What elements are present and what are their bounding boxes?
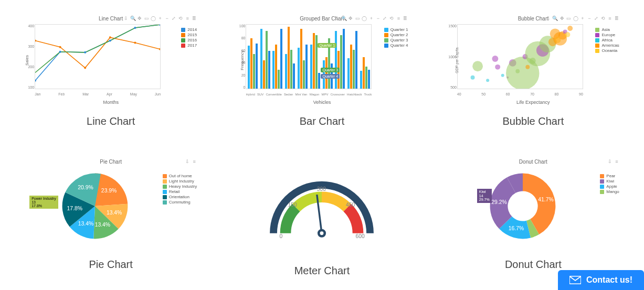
legend-item[interactable]: Light Industry xyxy=(163,179,197,184)
hover-icon[interactable]: ≡ xyxy=(185,16,190,21)
legend-item[interactable]: Retail xyxy=(163,189,197,194)
legend-item[interactable]: Mango xyxy=(600,189,619,194)
legend-item[interactable]: Quarter 4 xyxy=(384,43,408,48)
zoom-out-icon[interactable]: − xyxy=(375,16,381,21)
lasso-icon[interactable]: ◯ xyxy=(573,16,578,21)
box-select-icon[interactable]: ▭ xyxy=(566,16,572,21)
contact-us-button[interactable]: Contact us! xyxy=(558,270,644,290)
zoom-icon[interactable]: 🔍 xyxy=(553,16,558,21)
svg-text:13.4%: 13.4% xyxy=(95,222,110,228)
legend-item[interactable]: Asia xyxy=(595,27,619,32)
legend-item[interactable]: Orientation xyxy=(163,195,197,199)
download-icon[interactable]: ⇩ xyxy=(334,16,340,21)
card-caption-donut: Donut Chart xyxy=(505,259,562,271)
hover-icon[interactable]: ≡ xyxy=(614,159,619,164)
legend-item[interactable]: Apple xyxy=(600,184,619,189)
line-chart-box: Line Chart ⇩ 🔍 ✥ ▭ ◯ + − ⤢ ⟲ ≡ ≣ 4003002… xyxy=(22,16,200,105)
download-icon[interactable]: ⇩ xyxy=(546,16,551,21)
card-caption-bar: Bar Chart xyxy=(300,115,345,127)
reset-icon[interactable]: ⟲ xyxy=(178,16,183,21)
meter-tick: 600 xyxy=(356,233,365,239)
legend-item[interactable]: Commuting xyxy=(163,200,197,205)
pan-icon[interactable]: ✥ xyxy=(137,16,142,21)
bar-legend: Quarter 1 Quarter 2 Quarter 3 Quarter 4 xyxy=(384,27,408,48)
legend-item[interactable]: Quarter 2 xyxy=(384,33,408,37)
pan-icon[interactable]: ✥ xyxy=(348,16,353,21)
autoscale-icon[interactable]: ⤢ xyxy=(382,16,387,21)
pan-icon[interactable]: ✥ xyxy=(559,16,565,21)
legend-item[interactable]: 2015 xyxy=(181,33,197,37)
meter-svg: 0 150 300 450 600 xyxy=(261,172,382,240)
legend-item[interactable]: Heavy Industry xyxy=(163,184,197,189)
legend-item[interactable]: Oceania xyxy=(595,48,619,53)
chart-gallery: Line Chart ⇩ 🔍 ✥ ▭ ◯ + − ⤢ ⟲ ≡ ≣ 4003002… xyxy=(0,0,644,290)
download-icon[interactable]: ⇩ xyxy=(185,159,190,164)
legend-item[interactable]: Quarter 1 xyxy=(384,27,408,32)
legend-item[interactable]: Americas xyxy=(595,43,619,48)
reset-icon[interactable]: ⟲ xyxy=(389,16,394,21)
legend-item[interactable]: Europe xyxy=(595,33,619,37)
svg-point-10 xyxy=(134,42,136,44)
zoom-in-icon[interactable]: + xyxy=(580,16,585,21)
legend-item[interactable]: Out of home xyxy=(163,174,197,178)
reset-icon[interactable]: ⟲ xyxy=(600,16,606,21)
envelope-icon xyxy=(569,276,581,284)
zoom-in-icon[interactable]: + xyxy=(157,16,163,21)
lasso-icon[interactable]: ◯ xyxy=(362,16,367,21)
pie-chart-title: Pie Chart xyxy=(22,159,200,165)
svg-point-44 xyxy=(320,231,324,235)
compare-icon[interactable]: ≣ xyxy=(614,16,619,21)
bubble-plot-area xyxy=(457,24,583,89)
legend-item[interactable]: Pear xyxy=(600,174,619,178)
donut-tooltip: Kiwi1429.7% xyxy=(477,189,492,203)
svg-point-17 xyxy=(501,74,504,77)
bar-xlabel: Vehicles xyxy=(233,100,411,105)
card-line-chart[interactable]: Line Chart ⇩ 🔍 ✥ ▭ ◯ + − ⤢ ⟲ ≡ ≣ 4003002… xyxy=(13,16,208,127)
card-donut-chart[interactable]: Donut Chart ⇩≡ 41.7%16.7%29.2% Kiwi1429.… xyxy=(436,159,631,277)
hover-icon[interactable]: ≡ xyxy=(607,16,613,21)
autoscale-icon[interactable]: ⤢ xyxy=(171,16,176,21)
svg-point-16 xyxy=(495,65,500,70)
legend-item[interactable]: Quarter 3 xyxy=(384,38,408,42)
legend-item[interactable]: 2017 xyxy=(181,43,197,48)
bubble-xlabel: Life Expectancy xyxy=(444,100,622,105)
autoscale-icon[interactable]: ⤢ xyxy=(594,16,599,21)
bar-tooltip: Quarter 3 xyxy=(321,68,340,72)
compare-icon[interactable]: ≣ xyxy=(192,16,197,21)
card-pie-chart[interactable]: Pie Chart ⇩≡ 23.9%13.4%13.4%13.4%17.8%20… xyxy=(13,159,208,277)
svg-text:41.7%: 41.7% xyxy=(538,197,553,202)
pie-chart-toolbar: ⇩≡ xyxy=(185,159,197,164)
hover-icon[interactable]: ≡ xyxy=(396,16,401,21)
contact-us-label: Contact us! xyxy=(586,275,632,285)
svg-text:29.2%: 29.2% xyxy=(491,199,506,205)
card-bar-chart[interactable]: Grouped Bar Chart ⇩🔍✥▭◯+−⤢⟲≡≣ 1008060402… xyxy=(224,16,419,127)
bar-xticks: HybridSUVConvertibleSedanMini VanWagonMP… xyxy=(246,93,372,96)
meter-tick: 150 xyxy=(288,202,298,208)
legend-item[interactable]: 2014 xyxy=(181,27,197,32)
donut-chart-toolbar: ⇩≡ xyxy=(607,159,619,164)
svg-point-9 xyxy=(109,36,111,38)
legend-item[interactable]: Africa xyxy=(595,38,619,42)
download-icon[interactable]: ⇩ xyxy=(123,16,129,21)
meter-tick: 450 xyxy=(346,202,355,208)
box-select-icon[interactable]: ▭ xyxy=(355,16,360,21)
card-meter-chart[interactable]: 0 150 300 450 600 Meter Chart xyxy=(224,159,419,277)
box-select-icon[interactable]: ▭ xyxy=(144,16,149,21)
legend-item[interactable]: 2016 xyxy=(181,38,197,42)
card-bubble-chart[interactable]: Bubble Chart ⇩🔍✥▭◯+−⤢⟲≡≣ 15001000500 GDP… xyxy=(436,16,631,127)
legend-item[interactable]: Kiwi xyxy=(600,179,619,184)
lasso-icon[interactable]: ◯ xyxy=(151,16,156,21)
zoom-out-icon[interactable]: − xyxy=(164,16,170,21)
svg-point-23 xyxy=(525,65,530,69)
zoom-in-icon[interactable]: + xyxy=(368,16,374,21)
download-icon[interactable]: ⇩ xyxy=(607,159,613,164)
compare-icon[interactable]: ≣ xyxy=(403,16,408,21)
zoom-out-icon[interactable]: − xyxy=(587,16,592,21)
hover-icon[interactable]: ≡ xyxy=(192,159,197,164)
zoom-icon[interactable]: 🔍 xyxy=(341,16,346,21)
bubble-chart-toolbar: ⇩🔍✥▭◯+−⤢⟲≡≣ xyxy=(546,16,619,21)
bar-tooltip: Quarter 4 xyxy=(321,74,340,79)
line-chart-toolbar: ⇩ 🔍 ✥ ▭ ◯ + − ⤢ ⟲ ≡ ≣ xyxy=(123,16,197,21)
zoom-icon[interactable]: 🔍 xyxy=(130,16,135,21)
meter-tick: 0 xyxy=(280,233,283,239)
